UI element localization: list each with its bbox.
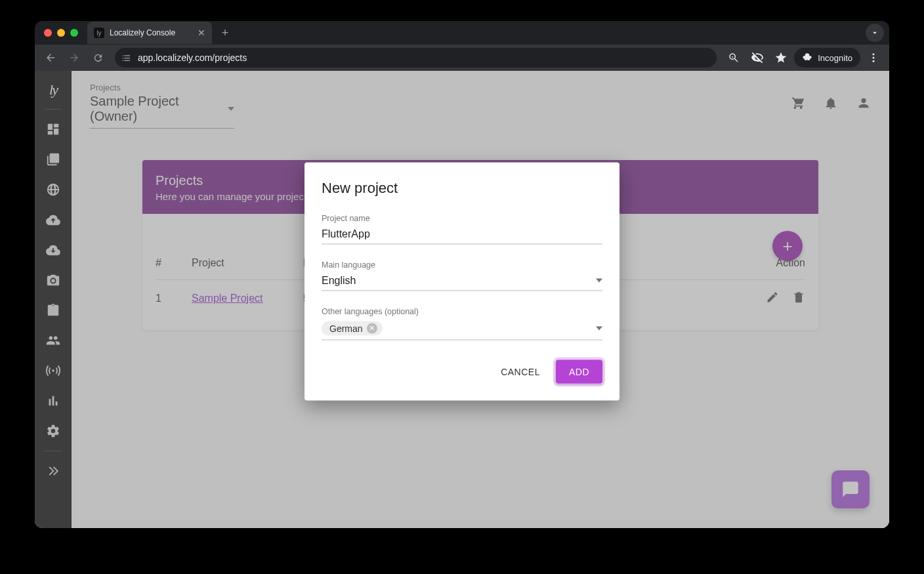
browser-tab[interactable]: ly Localizely Console ✕ bbox=[87, 22, 212, 44]
main-language-select[interactable]: English bbox=[322, 272, 602, 291]
close-window-button[interactable] bbox=[44, 29, 52, 37]
chip-label: German bbox=[329, 323, 363, 333]
new-project-modal: New project Project name Main language E… bbox=[304, 162, 620, 400]
incognito-label: Incognito bbox=[818, 53, 852, 63]
page-content: ly bbox=[35, 71, 889, 528]
maximize-window-button[interactable] bbox=[70, 29, 78, 37]
address-bar[interactable]: app.localizely.com/projects bbox=[115, 48, 717, 68]
cancel-button[interactable]: CANCEL bbox=[494, 361, 547, 382]
tab-favicon: ly bbox=[94, 28, 104, 38]
new-tab-button[interactable]: + bbox=[216, 24, 234, 42]
tab-bar: ly Localizely Console ✕ + bbox=[35, 21, 889, 45]
other-languages-field: Other languages (optional) German ✕ bbox=[322, 306, 602, 340]
language-chip: German ✕ bbox=[322, 321, 383, 335]
other-languages-label: Other languages (optional) bbox=[322, 306, 602, 316]
window-controls bbox=[40, 29, 83, 37]
project-name-field: Project name bbox=[322, 213, 602, 244]
chevron-down-icon bbox=[596, 278, 602, 282]
incognito-icon bbox=[802, 52, 812, 63]
svg-point-2 bbox=[873, 60, 875, 62]
main-language-label: Main language bbox=[322, 260, 602, 269]
remove-chip-icon[interactable]: ✕ bbox=[367, 323, 377, 333]
modal-title: New project bbox=[322, 179, 602, 196]
project-name-input[interactable] bbox=[322, 225, 602, 244]
incognito-indicator[interactable]: Incognito bbox=[794, 48, 860, 68]
svg-point-1 bbox=[873, 57, 875, 59]
browser-toolbar: app.localizely.com/projects Incognito bbox=[35, 45, 889, 71]
svg-point-0 bbox=[873, 53, 875, 55]
tab-title: Localizely Console bbox=[110, 28, 175, 37]
project-name-label: Project name bbox=[322, 213, 602, 222]
main-language-value: English bbox=[322, 274, 356, 286]
bookmark-star-icon[interactable] bbox=[770, 47, 791, 68]
back-button[interactable] bbox=[40, 47, 61, 68]
browser-window: ly Localizely Console ✕ + app.localizely… bbox=[35, 21, 889, 528]
zoom-icon[interactable] bbox=[723, 47, 744, 68]
tab-list-button[interactable] bbox=[866, 24, 884, 42]
add-button[interactable]: ADD bbox=[556, 359, 602, 383]
reload-button[interactable] bbox=[87, 47, 108, 68]
browser-menu-icon[interactable] bbox=[863, 47, 884, 68]
eye-off-icon[interactable] bbox=[747, 47, 768, 68]
url-text: app.localizely.com/projects bbox=[138, 52, 247, 63]
main-language-field: Main language English bbox=[322, 260, 602, 291]
minimize-window-button[interactable] bbox=[57, 29, 65, 37]
forward-button[interactable] bbox=[64, 47, 85, 68]
other-languages-select[interactable]: German ✕ bbox=[322, 318, 602, 340]
site-settings-icon[interactable] bbox=[121, 53, 131, 63]
close-tab-icon[interactable]: ✕ bbox=[198, 28, 205, 38]
modal-actions: CANCEL ADD bbox=[322, 359, 602, 383]
chevron-down-icon bbox=[596, 326, 602, 330]
